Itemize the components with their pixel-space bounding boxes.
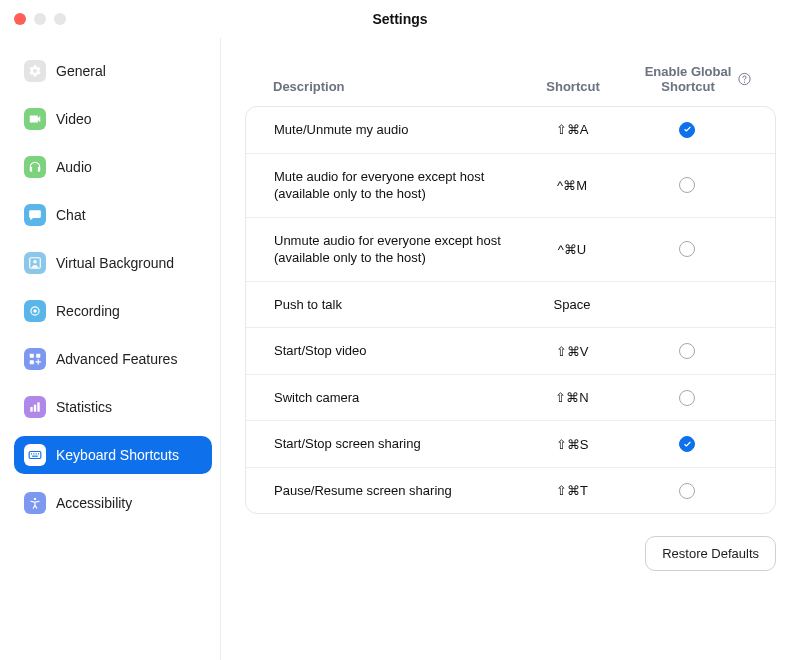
sidebar-item-label: Recording: [56, 303, 120, 319]
shortcut-key[interactable]: ^⌘U: [517, 242, 627, 257]
shortcut-key[interactable]: ⇧⌘V: [517, 344, 627, 359]
shortcut-key[interactable]: Space: [517, 297, 627, 312]
gear-icon: [24, 60, 46, 82]
shortcut-description: Mute audio for everyone except host (ava…: [274, 168, 517, 203]
global-shortcut-checkbox[interactable]: [679, 122, 695, 138]
global-shortcut-checkbox[interactable]: [679, 241, 695, 257]
video-icon: [24, 108, 46, 130]
shortcuts-table: Mute/Unmute my audio ⇧⌘A Mute audio for …: [245, 106, 776, 514]
sidebar: General Video Audio Chat: [0, 38, 221, 660]
record-icon: [24, 300, 46, 322]
svg-rect-13: [36, 453, 37, 454]
help-icon[interactable]: [737, 72, 752, 87]
shortcut-key[interactable]: ⇧⌘S: [517, 437, 627, 452]
column-header-global: Enable Global Shortcut: [628, 64, 748, 94]
shortcut-description: Start/Stop video: [274, 342, 517, 360]
titlebar: Settings: [0, 0, 800, 38]
footer: Restore Defaults: [245, 514, 776, 571]
svg-rect-6: [30, 360, 34, 364]
traffic-lights: [14, 13, 66, 25]
shortcut-description: Start/Stop screen sharing: [274, 435, 517, 453]
table-row: Start/Stop screen sharing ⇧⌘S: [246, 421, 775, 468]
svg-point-3: [33, 309, 37, 313]
sidebar-item-virtual-background[interactable]: Virtual Background: [14, 244, 212, 282]
window-title: Settings: [372, 11, 427, 27]
table-row: Mute/Unmute my audio ⇧⌘A: [246, 107, 775, 154]
sidebar-item-label: Accessibility: [56, 495, 132, 511]
svg-rect-4: [30, 354, 34, 358]
shortcut-key[interactable]: ⇧⌘N: [517, 390, 627, 405]
svg-point-18: [744, 82, 745, 83]
table-row: Push to talk Space: [246, 282, 775, 329]
close-window-button[interactable]: [14, 13, 26, 25]
sidebar-item-accessibility[interactable]: Accessibility: [14, 484, 212, 522]
sidebar-item-label: Advanced Features: [56, 351, 177, 367]
table-header: Description Shortcut Enable Global Short…: [245, 56, 776, 106]
column-header-description: Description: [273, 79, 518, 94]
table-row: Pause/Resume screen sharing ⇧⌘T: [246, 468, 775, 514]
sidebar-item-label: Video: [56, 111, 92, 127]
column-header-global-label: Enable Global Shortcut: [645, 64, 732, 94]
shortcut-description: Unmute audio for everyone except host (a…: [274, 232, 517, 267]
svg-rect-14: [38, 453, 39, 454]
svg-rect-12: [33, 453, 34, 454]
shortcut-description: Switch camera: [274, 389, 517, 407]
svg-point-16: [34, 498, 36, 500]
global-shortcut-checkbox[interactable]: [679, 483, 695, 499]
sidebar-item-label: Statistics: [56, 399, 112, 415]
restore-defaults-button[interactable]: Restore Defaults: [645, 536, 776, 571]
sidebar-item-video[interactable]: Video: [14, 100, 212, 138]
minimize-window-button[interactable]: [34, 13, 46, 25]
svg-point-1: [33, 260, 37, 264]
sidebar-item-label: General: [56, 63, 106, 79]
maximize-window-button[interactable]: [54, 13, 66, 25]
svg-rect-15: [32, 456, 38, 457]
plus-grid-icon: [24, 348, 46, 370]
sidebar-item-keyboard-shortcuts[interactable]: Keyboard Shortcuts: [14, 436, 212, 474]
keyboard-icon: [24, 444, 46, 466]
global-shortcut-checkbox[interactable]: [679, 343, 695, 359]
chat-icon: [24, 204, 46, 226]
person-frame-icon: [24, 252, 46, 274]
sidebar-item-chat[interactable]: Chat: [14, 196, 212, 234]
shortcut-description: Mute/Unmute my audio: [274, 121, 517, 139]
svg-rect-11: [31, 453, 32, 454]
shortcut-description: Pause/Resume screen sharing: [274, 482, 517, 500]
sidebar-item-label: Chat: [56, 207, 86, 223]
sidebar-item-label: Keyboard Shortcuts: [56, 447, 179, 463]
svg-rect-8: [34, 405, 36, 412]
sidebar-item-label: Virtual Background: [56, 255, 174, 271]
svg-rect-9: [37, 402, 39, 411]
sidebar-item-audio[interactable]: Audio: [14, 148, 212, 186]
shortcut-key[interactable]: ^⌘M: [517, 178, 627, 193]
svg-rect-10: [29, 452, 41, 459]
sidebar-item-general[interactable]: General: [14, 52, 212, 90]
svg-rect-7: [30, 407, 32, 412]
sidebar-item-statistics[interactable]: Statistics: [14, 388, 212, 426]
column-header-shortcut: Shortcut: [518, 79, 628, 94]
table-row: Unmute audio for everyone except host (a…: [246, 218, 775, 282]
window-body: General Video Audio Chat: [0, 38, 800, 660]
global-shortcut-checkbox[interactable]: [679, 390, 695, 406]
table-row: Start/Stop video ⇧⌘V: [246, 328, 775, 375]
shortcut-description: Push to talk: [274, 296, 517, 314]
shortcut-key[interactable]: ⇧⌘T: [517, 483, 627, 498]
accessibility-icon: [24, 492, 46, 514]
headphones-icon: [24, 156, 46, 178]
settings-window: Settings General Video Audio: [0, 0, 800, 660]
content-area: Description Shortcut Enable Global Short…: [221, 38, 800, 660]
svg-rect-5: [36, 354, 40, 358]
sidebar-item-advanced-features[interactable]: Advanced Features: [14, 340, 212, 378]
global-shortcut-checkbox[interactable]: [679, 177, 695, 193]
sidebar-item-label: Audio: [56, 159, 92, 175]
sidebar-item-recording[interactable]: Recording: [14, 292, 212, 330]
bar-chart-icon: [24, 396, 46, 418]
table-row: Switch camera ⇧⌘N: [246, 375, 775, 422]
global-shortcut-checkbox[interactable]: [679, 436, 695, 452]
shortcut-key[interactable]: ⇧⌘A: [517, 122, 627, 137]
table-row: Mute audio for everyone except host (ava…: [246, 154, 775, 218]
